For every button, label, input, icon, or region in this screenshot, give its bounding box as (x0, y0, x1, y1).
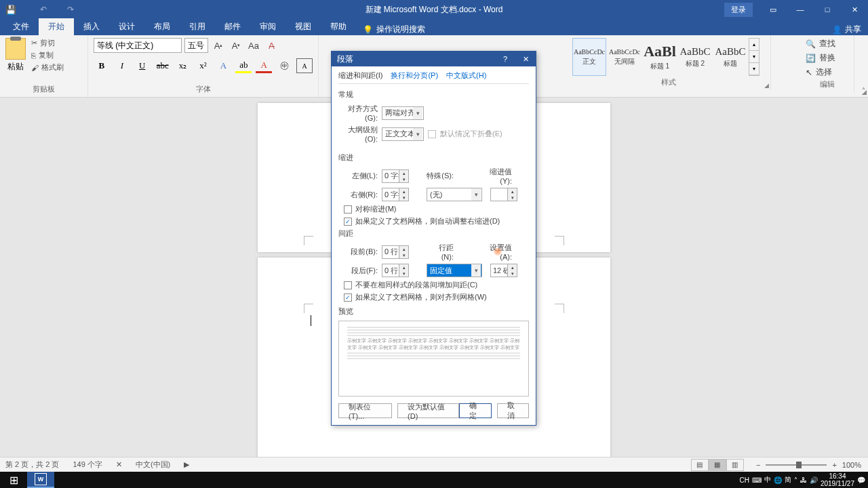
zoom-slider[interactable] (766, 464, 827, 466)
collapse-ribbon-icon[interactable]: ˄ (862, 87, 865, 94)
proofing-icon[interactable]: ✕ (116, 460, 122, 469)
ok-button[interactable]: 确定 (459, 403, 491, 418)
find-button[interactable]: 🔍查找 (806, 38, 848, 49)
zoom-level[interactable]: 100% (842, 461, 861, 469)
style-gallery-more[interactable]: ▴▾▾ (749, 38, 760, 76)
read-mode-icon[interactable]: ▤ (691, 459, 709, 471)
outline-combo[interactable]: 正文文本▾ (382, 127, 424, 141)
macro-icon[interactable]: ▶ (184, 460, 189, 469)
strike-button[interactable]: abc (155, 58, 171, 73)
tab-help[interactable]: 帮助 (321, 18, 356, 35)
phonetic-icon[interactable]: ㊥ (276, 58, 292, 73)
tab-references[interactable]: 引用 (180, 18, 215, 35)
cut-button[interactable]: ✂剪切 (31, 38, 64, 48)
style-nospace[interactable]: AaBbCcDc无间隔 (608, 38, 642, 76)
tray-notifications-icon[interactable]: 💬 (857, 476, 865, 484)
style-normal[interactable]: AaBbCcDc正文 (572, 38, 606, 76)
left-indent-spinner[interactable]: 0 字符▴▾ (382, 169, 409, 183)
tray-clock[interactable]: 16:34 2019/11/27 (821, 472, 854, 487)
tray-network-icon[interactable]: 🖧 (800, 476, 807, 484)
redo-icon[interactable]: ↷ (67, 5, 74, 14)
tray-keyboard-icon[interactable]: ⌨ (752, 476, 762, 484)
tabs-button[interactable]: 制表位(T)... (338, 403, 392, 418)
tray-chevron-icon[interactable]: ˄ (794, 476, 797, 484)
italic-button[interactable]: I (114, 58, 130, 73)
replace-button[interactable]: 🔄替换 (806, 52, 848, 64)
grid-indent-checkbox[interactable]: ✓ (344, 218, 352, 226)
ribbon-display-icon[interactable]: ▭ (760, 0, 787, 19)
dlg-tab-asian[interactable]: 中文版式(H) (446, 70, 486, 81)
tab-review[interactable]: 审阅 (250, 18, 285, 35)
mirror-checkbox[interactable] (344, 205, 352, 214)
underline-button[interactable]: U (134, 58, 151, 73)
styles-launcher-icon[interactable]: ◢ (764, 82, 769, 89)
bold-button[interactable]: B (94, 58, 110, 73)
login-button[interactable]: 登录 (724, 3, 753, 17)
save-icon[interactable]: 💾 (5, 5, 16, 15)
tray-volume-icon[interactable]: 🔊 (810, 476, 818, 484)
share-button[interactable]: 👤 共享 (832, 24, 861, 35)
help-button[interactable]: ? (495, 52, 515, 66)
subscript-button[interactable]: x₂ (175, 58, 191, 73)
font-name-combo[interactable] (94, 38, 182, 53)
tab-file[interactable]: 文件 (3, 18, 39, 35)
same-style-checkbox[interactable] (344, 281, 352, 289)
select-button[interactable]: ↖选择 (806, 66, 848, 78)
tray-ime-mode[interactable]: 中 (764, 475, 771, 485)
tell-me-search[interactable]: 💡 操作说明搜索 (363, 24, 425, 35)
highlight-icon[interactable]: ab (235, 58, 252, 73)
line-spacing-combo[interactable]: 固定值▾ (427, 264, 482, 277)
before-spinner[interactable]: 0 行▴▾ (382, 245, 409, 259)
print-layout-icon[interactable]: ▦ (709, 459, 726, 471)
at-spinner[interactable]: 12 磅▴▾ (490, 264, 517, 277)
font-color-button[interactable]: A (256, 58, 272, 73)
font-size-combo[interactable] (184, 38, 208, 53)
char-border-icon[interactable]: A (296, 58, 313, 73)
after-spinner[interactable]: 0 行▴▾ (382, 264, 409, 277)
clear-format-icon[interactable]: A̶ (264, 38, 279, 53)
minimize-button[interactable]: — (787, 0, 814, 19)
dialog-titlebar[interactable]: 段落 ? ✕ (332, 52, 536, 66)
tray-ime-simp[interactable]: 简 (785, 475, 791, 485)
grid-align-checkbox[interactable]: ✓ (344, 293, 352, 302)
text-effects-icon[interactable]: A (215, 58, 231, 73)
task-word[interactable]: W (27, 472, 54, 488)
right-indent-spinner[interactable]: 0 字符▴▾ (382, 188, 409, 201)
word-count[interactable]: 149 个字 (73, 460, 102, 470)
tray-ime-lang[interactable]: CH (739, 476, 749, 484)
tab-home[interactable]: 开始 (39, 18, 74, 35)
alignment-combo[interactable]: 两端对齐▾ (382, 106, 424, 120)
set-default-button[interactable]: 设为默认值(D) (397, 403, 459, 418)
web-layout-icon[interactable]: ▥ (726, 459, 744, 471)
start-button[interactable]: ⊞ (0, 472, 27, 488)
special-combo[interactable]: (无)▾ (427, 188, 482, 201)
tab-mail[interactable]: 邮件 (215, 18, 250, 35)
superscript-button[interactable]: x² (195, 58, 212, 73)
dialog-close-button[interactable]: ✕ (515, 52, 536, 66)
dlg-tab-pagination[interactable]: 换行和分页(P) (391, 70, 438, 81)
tab-insert[interactable]: 插入 (74, 18, 109, 35)
tab-view[interactable]: 视图 (285, 18, 321, 35)
grow-font-icon[interactable]: A▴ (211, 38, 226, 53)
shrink-font-icon[interactable]: A▾ (229, 38, 243, 53)
change-case-icon[interactable]: Aa (246, 38, 261, 53)
cancel-button[interactable]: 取消 (497, 403, 529, 418)
copy-button[interactable]: ⎘复制 (31, 50, 64, 60)
zoom-in-button[interactable]: + (832, 461, 836, 469)
indent-amt-spinner[interactable]: ▴▾ (490, 188, 517, 201)
style-h2[interactable]: AaBbC标题 2 (678, 38, 712, 76)
undo-icon[interactable]: ↶ (40, 5, 47, 14)
tab-layout[interactable]: 布局 (144, 18, 180, 35)
zoom-out-button[interactable]: − (756, 461, 760, 469)
paste-button[interactable]: 粘贴 (5, 38, 26, 73)
tab-design[interactable]: 设计 (109, 18, 144, 35)
language-status[interactable]: 中文(中国) (136, 460, 170, 470)
tray-ime-punct[interactable]: 🌐 (774, 476, 782, 484)
close-button[interactable]: ✕ (841, 0, 868, 19)
style-title[interactable]: AaBbC标题 (713, 38, 747, 76)
dlg-tab-indent[interactable]: 缩进和间距(I) (338, 70, 382, 81)
page-status[interactable]: 第 2 页，共 2 页 (5, 460, 59, 470)
style-h1[interactable]: AaBl标题 1 (643, 38, 677, 76)
maximize-button[interactable]: □ (814, 0, 841, 19)
format-painter-button[interactable]: 🖌格式刷 (31, 62, 64, 73)
